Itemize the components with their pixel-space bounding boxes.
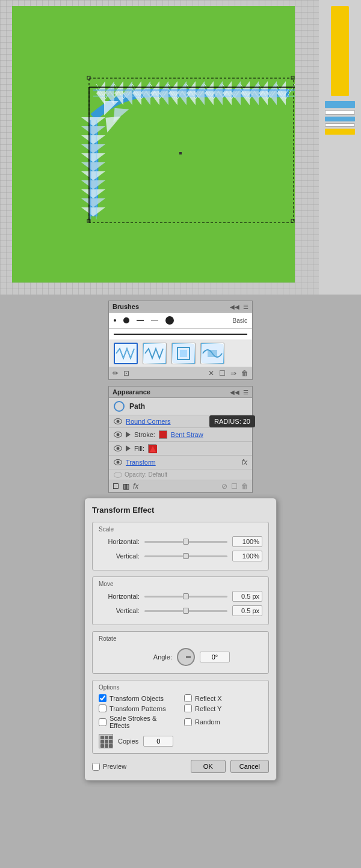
brush-pattern-3[interactable] <box>171 343 196 364</box>
brush-dot-medium[interactable] <box>123 317 129 323</box>
brush-new-icon[interactable]: ☐ <box>219 369 226 377</box>
appearance-row-transform[interactable]: Transform fx <box>109 456 252 469</box>
brush-dot-line[interactable] <box>151 320 158 321</box>
copies-row: Copies <box>99 734 262 748</box>
appearance-fx-icon[interactable]: fx <box>133 482 138 491</box>
transform-link[interactable]: Transform <box>126 459 156 466</box>
brush-delete-icon[interactable]: ✕ <box>208 369 214 377</box>
random-checkbox[interactable] <box>184 718 192 726</box>
move-horizontal-thumb[interactable] <box>183 593 189 599</box>
stroke-expand-icon[interactable] <box>126 432 131 438</box>
svg-marker-26 <box>277 81 286 105</box>
appearance-controls: ◀◀ ☰ <box>230 389 248 396</box>
dialog-footer: Preview OK Cancel <box>92 760 269 773</box>
brush-pattern-4[interactable] <box>200 343 224 364</box>
appearance-row-stroke[interactable]: Stroke: Bent Straw <box>109 428 252 442</box>
eye-icon-round-corners[interactable] <box>114 418 122 424</box>
copies-input[interactable] <box>143 736 173 747</box>
canvas-area <box>0 0 361 295</box>
fill-color-swatch[interactable] <box>148 444 156 453</box>
eye-icon-opacity[interactable] <box>114 472 122 478</box>
preview-label: Preview <box>103 763 126 770</box>
move-vertical-thumb[interactable] <box>183 608 189 614</box>
brushes-collapse[interactable]: ◀◀ <box>230 304 239 310</box>
brush-dot-small[interactable] <box>114 319 116 322</box>
appearance-path-row: Path <box>109 398 252 415</box>
appearance-trash-icon[interactable]: 🗑 <box>241 482 248 491</box>
brushes-stroke-line <box>114 334 247 335</box>
brushes-patterns-row <box>109 340 252 367</box>
scale-vertical-value[interactable]: 100% <box>232 551 262 561</box>
scale-vertical-track[interactable] <box>144 555 227 557</box>
brushes-dots-row: Basic <box>109 313 252 329</box>
transform-patterns-checkbox[interactable] <box>99 704 106 712</box>
angle-input[interactable]: 0° <box>200 652 230 662</box>
preview-checkbox[interactable] <box>92 763 100 771</box>
angle-dial[interactable] <box>177 648 195 666</box>
scale-horizontal-thumb[interactable] <box>183 539 189 545</box>
brushes-stroke-row <box>109 329 252 340</box>
brush-tool-icon[interactable]: ✏ <box>113 369 119 377</box>
appearance-copy-icon[interactable]: ☐ <box>231 482 238 491</box>
move-vertical-value[interactable]: 0.5 px <box>232 605 262 616</box>
reflect-y-checkbox[interactable] <box>184 704 192 712</box>
move-vertical-row: Vertical: 0.5 px <box>99 605 262 616</box>
ok-button[interactable]: OK <box>191 760 226 773</box>
appearance-clear-icon[interactable]: ⊘ <box>221 482 227 491</box>
copies-icon <box>99 734 113 748</box>
transform-objects-label: Transform Objects <box>110 695 164 702</box>
transform-objects-checkbox[interactable] <box>99 694 106 702</box>
brush-pattern-1[interactable] <box>114 343 138 364</box>
brushes-menu[interactable]: ☰ <box>243 304 248 310</box>
svg-marker-24 <box>259 81 268 105</box>
svg-marker-18 <box>205 81 214 105</box>
brush-dot-dash[interactable] <box>137 320 144 321</box>
preview-row[interactable]: Preview <box>92 763 126 771</box>
move-horizontal-value[interactable]: 0.5 px <box>232 591 262 602</box>
appearance-row-fill[interactable]: Fill: <box>109 442 252 456</box>
round-corners-link[interactable]: Round Corners <box>126 418 171 425</box>
svg-rect-53 <box>208 350 217 357</box>
brush-trash-icon[interactable]: 🗑 <box>241 369 248 377</box>
transform-patterns-row[interactable]: Transform Patterns <box>99 704 177 712</box>
scale-strokes-checkbox[interactable] <box>99 718 106 726</box>
brush-pattern-2[interactable] <box>143 343 167 364</box>
appearance-collapse[interactable]: ◀◀ <box>230 389 239 396</box>
scale-horizontal-track[interactable] <box>144 541 227 543</box>
svg-marker-36 <box>81 198 105 207</box>
scale-vertical-thumb[interactable] <box>183 553 189 559</box>
move-horizontal-track[interactable] <box>144 596 227 598</box>
fill-expand-icon[interactable] <box>126 445 131 451</box>
brush-camera-icon[interactable]: ⊡ <box>123 369 129 377</box>
brush-dot-large[interactable] <box>165 316 174 325</box>
cancel-button[interactable]: Cancel <box>230 760 269 773</box>
svg-marker-30 <box>81 144 105 153</box>
scale-horizontal-value[interactable]: 100% <box>232 536 262 547</box>
fx-label: fx <box>242 458 247 466</box>
transform-objects-row[interactable]: Transform Objects <box>99 694 177 702</box>
scale-strokes-row[interactable]: Scale Strokes & Effects <box>99 715 177 729</box>
appearance-row-round-corners[interactable]: Round Corners RADIUS: 20 <box>109 415 252 428</box>
reflect-x-row[interactable]: Reflect X <box>184 694 262 702</box>
appearance-grid-icon[interactable]: ▥ <box>123 482 129 491</box>
reflect-y-row[interactable]: Reflect Y <box>184 704 262 712</box>
canvas-artwork <box>0 0 361 295</box>
brushes-title-bar: Brushes ◀◀ ☰ <box>109 301 252 313</box>
brushes-title: Brushes <box>113 303 139 310</box>
eye-icon-stroke[interactable] <box>114 432 122 438</box>
appearance-square-icon[interactable]: ☐ <box>113 482 119 491</box>
appearance-menu[interactable]: ☰ <box>243 389 248 396</box>
move-vertical-track[interactable] <box>144 610 227 612</box>
stroke-color-swatch[interactable] <box>159 430 167 439</box>
svg-rect-51 <box>180 350 187 357</box>
rotate-group: Rotate Angle: 0° <box>92 631 269 674</box>
stroke-brush-link[interactable]: Bent Straw <box>171 431 203 438</box>
reflect-x-checkbox[interactable] <box>184 694 192 702</box>
move-vertical-label: Vertical: <box>99 607 140 614</box>
eye-icon-fill[interactable] <box>114 445 122 451</box>
eye-icon-transform[interactable] <box>114 459 122 465</box>
random-row[interactable]: Random <box>184 715 262 729</box>
svg-marker-15 <box>177 81 187 105</box>
brush-move-icon[interactable]: ⇒ <box>230 369 236 377</box>
svg-marker-11 <box>141 81 150 105</box>
